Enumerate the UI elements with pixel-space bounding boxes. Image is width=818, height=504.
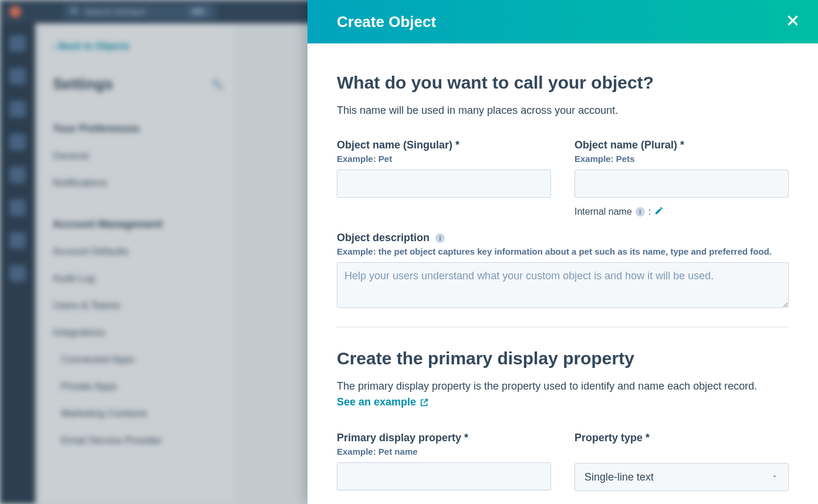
chevron-down-icon bbox=[770, 471, 779, 483]
section-heading-name: What do you want to call your object? bbox=[337, 73, 789, 93]
see-example-link[interactable]: See an example bbox=[337, 396, 429, 408]
internal-name-label: Internal name bbox=[574, 207, 632, 217]
property-type-value: Single-line text bbox=[584, 471, 654, 483]
edit-internal-name-button[interactable] bbox=[654, 206, 664, 218]
primary-property-example: Example: Pet name bbox=[337, 447, 551, 456]
primary-property-input[interactable] bbox=[337, 462, 551, 491]
info-icon[interactable]: i bbox=[435, 234, 445, 243]
see-example-label: See an example bbox=[337, 396, 416, 408]
singular-example: Example: Pet bbox=[337, 154, 551, 164]
divider bbox=[337, 327, 789, 327]
plural-example: Example: Pets bbox=[574, 154, 789, 164]
property-type-label: Property type * bbox=[574, 432, 789, 444]
panel-title: Create Object bbox=[337, 13, 436, 31]
close-icon bbox=[785, 13, 800, 28]
pencil-icon bbox=[654, 206, 664, 215]
panel-body: What do you want to call your object? Th… bbox=[307, 43, 818, 504]
property-type-select[interactable]: Single-line text bbox=[574, 463, 789, 491]
description-label: Object description bbox=[337, 232, 430, 244]
panel-header: Create Object bbox=[307, 0, 818, 43]
section-desc-name: This name will be used in many places ac… bbox=[337, 103, 789, 118]
primary-property-label: Primary display property * bbox=[337, 432, 551, 444]
section-desc-primary: The primary display property is the prop… bbox=[337, 379, 789, 394]
plural-label: Object name (Plural) * bbox=[574, 139, 789, 151]
plural-input[interactable] bbox=[574, 170, 789, 198]
create-object-panel: Create Object What do you want to call y… bbox=[307, 0, 818, 504]
description-example: Example: the pet object captures key inf… bbox=[337, 246, 789, 256]
external-link-icon bbox=[420, 398, 429, 407]
singular-label: Object name (Singular) * bbox=[337, 139, 551, 151]
description-input[interactable] bbox=[337, 262, 789, 308]
section-heading-primary: Create the primary display property bbox=[337, 349, 789, 368]
internal-name-row: Internal name i: bbox=[574, 206, 789, 218]
singular-input[interactable] bbox=[337, 170, 551, 198]
internal-name-colon: : bbox=[648, 207, 651, 217]
info-icon[interactable]: i bbox=[636, 207, 645, 217]
close-button[interactable] bbox=[785, 13, 800, 31]
